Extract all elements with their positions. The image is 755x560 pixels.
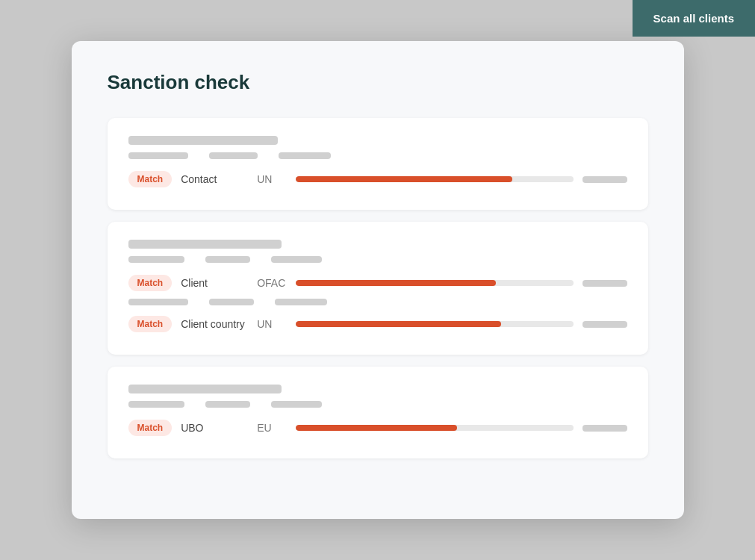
progress-container bbox=[296, 176, 573, 182]
progress-bar bbox=[296, 176, 512, 182]
meta-skeleton bbox=[128, 256, 184, 263]
score-skeleton bbox=[582, 425, 627, 432]
match-label: Contact bbox=[181, 173, 248, 185]
meta-skeleton bbox=[275, 299, 327, 305]
record-meta-row bbox=[128, 152, 627, 159]
list-label: EU bbox=[257, 422, 287, 434]
list-label: UN bbox=[257, 318, 287, 330]
progress-container bbox=[296, 425, 573, 431]
scan-all-clients-button[interactable]: Scan all clients bbox=[633, 0, 755, 37]
meta-skeleton bbox=[205, 256, 250, 263]
main-card: Sanction check Match Contact UN Matc bbox=[72, 41, 684, 519]
match-row: Match Client OFAC bbox=[128, 275, 627, 291]
match-row: Match UBO EU bbox=[128, 420, 627, 436]
match-label: Client bbox=[181, 277, 248, 289]
meta-skeleton bbox=[128, 401, 184, 408]
progress-bar bbox=[296, 280, 495, 286]
match-row: Match Client country UN bbox=[128, 316, 627, 332]
record-title-skeleton bbox=[128, 136, 278, 145]
match-badge: Match bbox=[128, 420, 173, 436]
divider-row bbox=[128, 299, 627, 305]
list-label: UN bbox=[257, 173, 287, 185]
match-badge: Match bbox=[128, 316, 173, 332]
score-skeleton bbox=[582, 176, 627, 183]
match-badge: Match bbox=[128, 275, 173, 291]
record-title-skeleton bbox=[128, 385, 282, 393]
page-title: Sanction check bbox=[108, 71, 648, 94]
record-card: Match Client OFAC Match Client country U… bbox=[108, 222, 648, 355]
progress-bar bbox=[296, 425, 456, 431]
score-skeleton bbox=[582, 280, 627, 287]
match-row: Match Contact UN bbox=[128, 171, 627, 187]
record-title-skeleton bbox=[128, 240, 282, 249]
match-badge: Match bbox=[128, 171, 173, 187]
record-card: Match UBO EU bbox=[108, 367, 648, 458]
record-meta-row bbox=[128, 401, 627, 408]
meta-skeleton bbox=[205, 401, 250, 408]
meta-skeleton bbox=[209, 299, 254, 305]
meta-skeleton bbox=[271, 401, 322, 408]
list-label: OFAC bbox=[257, 277, 287, 289]
progress-container bbox=[296, 280, 573, 286]
meta-skeleton bbox=[279, 152, 331, 159]
record-card: Match Contact UN bbox=[108, 118, 648, 210]
progress-bar bbox=[296, 321, 501, 327]
record-meta-row bbox=[128, 256, 627, 263]
meta-skeleton bbox=[271, 256, 322, 263]
meta-skeleton bbox=[128, 152, 188, 159]
match-label: UBO bbox=[181, 422, 248, 434]
meta-skeleton bbox=[128, 299, 188, 305]
match-label: Client country bbox=[181, 318, 248, 330]
progress-container bbox=[296, 321, 573, 327]
meta-skeleton bbox=[209, 152, 258, 159]
score-skeleton bbox=[582, 321, 627, 328]
